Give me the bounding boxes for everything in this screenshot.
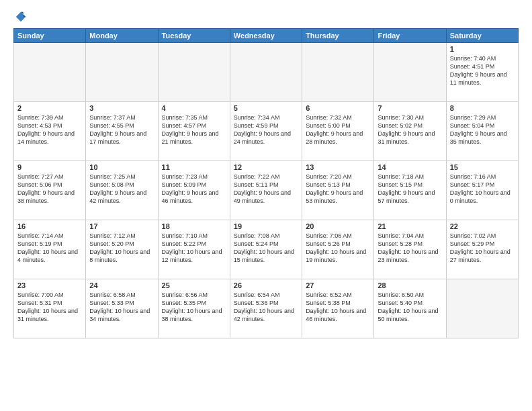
calendar-cell: 23Sunrise: 7:00 AMSunset: 5:31 PMDayligh…: [14, 279, 86, 338]
day-info: Sunrise: 7:39 AMSunset: 4:53 PMDaylight:…: [17, 113, 82, 146]
calendar-cell: 10Sunrise: 7:25 AMSunset: 5:08 PMDayligh…: [86, 161, 158, 220]
day-info: Sunrise: 7:10 AMSunset: 5:22 PMDaylight:…: [162, 232, 226, 265]
week-row-3: 16Sunrise: 7:14 AMSunset: 5:19 PMDayligh…: [14, 220, 519, 279]
calendar-cell: [230, 43, 302, 102]
calendar-cell: 28Sunrise: 6:50 AMSunset: 5:40 PMDayligh…: [374, 279, 446, 338]
day-info: Sunrise: 7:37 AMSunset: 4:55 PMDaylight:…: [89, 113, 154, 146]
day-info: Sunrise: 7:16 AMSunset: 5:17 PMDaylight:…: [450, 173, 515, 205]
logo-icon: [15, 11, 27, 23]
day-info: Sunrise: 7:27 AMSunset: 5:06 PMDaylight:…: [17, 173, 82, 205]
calendar-cell: [14, 43, 86, 102]
day-info: Sunrise: 6:56 AMSunset: 5:35 PMDaylight:…: [162, 291, 226, 324]
day-info: Sunrise: 7:08 AMSunset: 5:24 PMDaylight:…: [234, 232, 298, 265]
day-info: Sunrise: 7:34 AMSunset: 4:59 PMDaylight:…: [234, 113, 298, 146]
calendar-cell: 1Sunrise: 7:40 AMSunset: 4:51 PMDaylight…: [446, 43, 518, 102]
day-number: 8: [450, 104, 515, 112]
day-number: 13: [306, 163, 370, 171]
calendar-cell: [446, 279, 518, 338]
day-number: 6: [306, 104, 370, 112]
calendar-cell: 18Sunrise: 7:10 AMSunset: 5:22 PMDayligh…: [158, 220, 230, 279]
day-info: Sunrise: 7:35 AMSunset: 4:57 PMDaylight:…: [162, 113, 226, 146]
col-friday: Friday: [374, 29, 446, 43]
calendar-cell: 22Sunrise: 7:02 AMSunset: 5:29 PMDayligh…: [446, 220, 518, 279]
day-info: Sunrise: 7:32 AMSunset: 5:00 PMDaylight:…: [306, 113, 370, 146]
calendar-cell: 27Sunrise: 6:52 AMSunset: 5:38 PMDayligh…: [302, 279, 374, 338]
calendar-table: Sunday Monday Tuesday Wednesday Thursday…: [13, 28, 519, 338]
day-info: Sunrise: 6:52 AMSunset: 5:38 PMDaylight:…: [306, 291, 370, 324]
calendar-cell: 14Sunrise: 7:18 AMSunset: 5:15 PMDayligh…: [374, 161, 446, 220]
week-row-0: 1Sunrise: 7:40 AMSunset: 4:51 PMDaylight…: [14, 43, 519, 102]
calendar-cell: 25Sunrise: 6:56 AMSunset: 5:35 PMDayligh…: [158, 279, 230, 338]
day-number: 5: [234, 104, 298, 112]
calendar-cell: 15Sunrise: 7:16 AMSunset: 5:17 PMDayligh…: [446, 161, 518, 220]
calendar-cell: 5Sunrise: 7:34 AMSunset: 4:59 PMDaylight…: [230, 102, 302, 161]
day-info: Sunrise: 6:54 AMSunset: 5:36 PMDaylight:…: [234, 291, 298, 324]
weekday-header-row: Sunday Monday Tuesday Wednesday Thursday…: [14, 29, 519, 43]
col-sunday: Sunday: [14, 29, 86, 43]
day-number: 9: [17, 163, 82, 171]
calendar-cell: 12Sunrise: 7:22 AMSunset: 5:11 PMDayligh…: [230, 161, 302, 220]
calendar-cell: [86, 43, 158, 102]
calendar-cell: 2Sunrise: 7:39 AMSunset: 4:53 PMDaylight…: [14, 102, 86, 161]
day-info: Sunrise: 7:22 AMSunset: 5:11 PMDaylight:…: [234, 173, 298, 205]
calendar-cell: 11Sunrise: 7:23 AMSunset: 5:09 PMDayligh…: [158, 161, 230, 220]
day-number: 21: [378, 222, 442, 230]
calendar-cell: 6Sunrise: 7:32 AMSunset: 5:00 PMDaylight…: [302, 102, 374, 161]
day-number: 2: [17, 104, 82, 112]
day-number: 7: [378, 104, 442, 112]
day-number: 19: [234, 222, 298, 230]
day-number: 27: [306, 281, 370, 289]
day-number: 1: [450, 45, 515, 53]
day-number: 3: [89, 104, 154, 112]
calendar-cell: 21Sunrise: 7:04 AMSunset: 5:28 PMDayligh…: [374, 220, 446, 279]
day-number: 17: [89, 222, 154, 230]
day-number: 25: [162, 281, 226, 289]
day-number: 16: [17, 222, 82, 230]
calendar-cell: 7Sunrise: 7:30 AMSunset: 5:02 PMDaylight…: [374, 102, 446, 161]
day-number: 14: [378, 163, 442, 171]
day-number: 23: [17, 281, 82, 289]
day-info: Sunrise: 7:14 AMSunset: 5:19 PMDaylight:…: [17, 232, 82, 265]
calendar-cell: [158, 43, 230, 102]
calendar-cell: 3Sunrise: 7:37 AMSunset: 4:55 PMDaylight…: [86, 102, 158, 161]
day-info: Sunrise: 7:18 AMSunset: 5:15 PMDaylight:…: [378, 173, 442, 205]
col-wednesday: Wednesday: [230, 29, 302, 43]
calendar-cell: 9Sunrise: 7:27 AMSunset: 5:06 PMDaylight…: [14, 161, 86, 220]
day-number: 20: [306, 222, 370, 230]
calendar-cell: 17Sunrise: 7:12 AMSunset: 5:20 PMDayligh…: [86, 220, 158, 279]
day-info: Sunrise: 7:02 AMSunset: 5:29 PMDaylight:…: [450, 232, 515, 265]
day-info: Sunrise: 7:06 AMSunset: 5:26 PMDaylight:…: [306, 232, 370, 265]
day-number: 12: [234, 163, 298, 171]
day-info: Sunrise: 7:23 AMSunset: 5:09 PMDaylight:…: [162, 173, 226, 205]
week-row-4: 23Sunrise: 7:00 AMSunset: 5:31 PMDayligh…: [14, 279, 519, 338]
day-number: 26: [234, 281, 298, 289]
day-info: Sunrise: 6:50 AMSunset: 5:40 PMDaylight:…: [378, 291, 442, 324]
day-info: Sunrise: 7:04 AMSunset: 5:28 PMDaylight:…: [378, 232, 442, 265]
col-thursday: Thursday: [302, 29, 374, 43]
week-row-2: 9Sunrise: 7:27 AMSunset: 5:06 PMDaylight…: [14, 161, 519, 220]
calendar-cell: 19Sunrise: 7:08 AMSunset: 5:24 PMDayligh…: [230, 220, 302, 279]
day-number: 22: [450, 222, 515, 230]
calendar-cell: 24Sunrise: 6:58 AMSunset: 5:33 PMDayligh…: [86, 279, 158, 338]
calendar-cell: 4Sunrise: 7:35 AMSunset: 4:57 PMDaylight…: [158, 102, 230, 161]
col-saturday: Saturday: [446, 29, 518, 43]
day-number: 28: [378, 281, 442, 289]
day-number: 10: [89, 163, 154, 171]
calendar-cell: 20Sunrise: 7:06 AMSunset: 5:26 PMDayligh…: [302, 220, 374, 279]
day-number: 18: [162, 222, 226, 230]
week-row-1: 2Sunrise: 7:39 AMSunset: 4:53 PMDaylight…: [14, 102, 519, 161]
day-number: 4: [162, 104, 226, 112]
day-info: Sunrise: 7:29 AMSunset: 5:04 PMDaylight:…: [450, 113, 515, 146]
day-info: Sunrise: 7:25 AMSunset: 5:08 PMDaylight:…: [89, 173, 154, 205]
day-info: Sunrise: 7:30 AMSunset: 5:02 PMDaylight:…: [378, 113, 442, 146]
day-number: 11: [162, 163, 226, 171]
day-info: Sunrise: 6:58 AMSunset: 5:33 PMDaylight:…: [89, 291, 154, 324]
calendar-cell: 13Sunrise: 7:20 AMSunset: 5:13 PMDayligh…: [302, 161, 374, 220]
calendar-cell: [374, 43, 446, 102]
calendar-cell: 8Sunrise: 7:29 AMSunset: 5:04 PMDaylight…: [446, 102, 518, 161]
logo: [13, 11, 28, 23]
day-info: Sunrise: 7:40 AMSunset: 4:51 PMDaylight:…: [450, 54, 515, 87]
header: [13, 11, 519, 23]
day-info: Sunrise: 7:20 AMSunset: 5:13 PMDaylight:…: [306, 173, 370, 205]
day-number: 24: [89, 281, 154, 289]
